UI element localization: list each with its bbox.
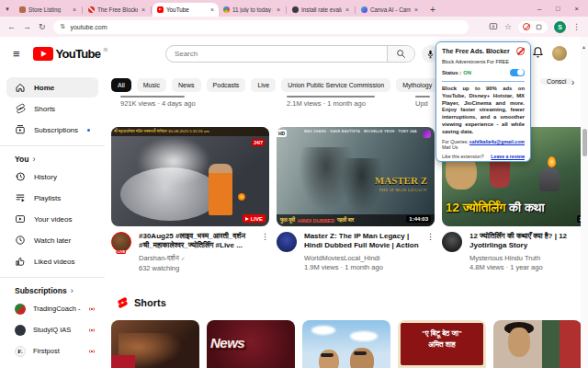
search-button[interactable] [387,46,414,62]
chip-music[interactable]: Music [137,78,166,92]
chip-live[interactable]: Live [251,78,276,92]
popup-subtitle: Block Adverstments For FREE [442,59,525,64]
scrollbar-thumb[interactable] [582,129,587,156]
chip-podcasts[interactable]: Podcasts [207,78,246,92]
new-tab-button[interactable]: + [430,5,435,15]
search-input[interactable] [166,46,387,62]
live-broadcast-icon [88,327,96,334]
short-thumbnail[interactable] [302,320,390,368]
video-title[interactable]: #30Aug25 #लाइव_भस्म_आरती_दर्शन #श्री_महा… [139,232,254,251]
short-thumbnail[interactable]: News [207,320,295,368]
subscription-firstpost[interactable]: F. Firstpost [0,340,105,362]
channel-avatar[interactable]: LIVE [111,232,131,252]
chip-all[interactable]: All [111,78,131,92]
adblocker-icon [516,47,525,55]
forward-button[interactable]: → [23,22,31,31]
tab-canva[interactable]: Canva AI - Canva × [356,3,423,17]
youtube-logo[interactable]: YouTube IN [33,47,107,61]
browser-profile-avatar[interactable]: S [554,21,566,33]
chip-news[interactable]: News [172,78,201,92]
tab-close-icon[interactable]: × [276,6,280,13]
tab-google-doc[interactable]: 11 july to today how × [219,3,285,17]
video-options-icon[interactable]: ⋮ [261,232,269,272]
reload-button[interactable]: ↻ [39,22,46,31]
chip-consciousness[interactable]: Consci [540,78,572,85]
youtube-profile-avatar[interactable] [552,46,567,61]
video-views: 1.9M views · 1 month ago [304,263,419,271]
email-link[interactable]: sahilkalia4u@gmail.com [469,139,525,144]
sidebar-subscriptions-heading[interactable]: Subscriptions › [0,283,105,298]
install-app-icon[interactable] [489,22,498,31]
sidebar-item-history[interactable]: History [6,167,98,187]
browser-menu-icon[interactable]: ⋮ [572,22,581,31]
sidebar-item-liked-videos[interactable]: Liked videos [6,251,98,271]
duration-badge: 1:44:03 [406,215,431,223]
tab-install-rate[interactable]: Install rate evaluation × [288,3,354,17]
poster-title: 12 ज्योतिर्लिंग की कथा [446,201,544,215]
bookmark-star-icon[interactable]: ☆ [504,22,512,31]
tab-store-listing[interactable]: Store Listing × [15,3,81,17]
adblocker-toolbar-icon[interactable] [523,23,530,30]
hamburger-menu-icon[interactable]: ≡ [13,47,20,61]
scroll-up-icon[interactable]: ▲ [582,44,586,50]
back-button[interactable]: ← [7,22,16,31]
live-broadcast-icon [88,348,96,355]
channel-avatar[interactable] [442,232,462,252]
adblock-toggle[interactable] [510,69,525,77]
sidebar-item-watch-later[interactable]: Watch later [6,230,98,250]
popup-footer-row: For Queries: Mail Us sahilkalia4u@gmail.… [442,139,525,150]
sidebar-item-home[interactable]: Home [6,77,98,98]
short-thumbnail[interactable] [111,320,199,368]
video-title[interactable]: 12 ज्योतिर्लिंग की कथाएँ क्या है? | 12 J… [469,232,584,251]
tab-youtube-active[interactable]: YouTube × [153,3,219,17]
tab-label: Store Listing [28,6,69,13]
short-thumbnail[interactable]: "ए बिटू बेठ जा" अमित शाह [398,320,486,368]
sidebar-item-subscriptions[interactable]: Subscriptions [6,120,98,140]
subscription-tradingcoach[interactable]: TradingCoach - S... [0,298,105,319]
notifications-bell[interactable] [532,46,544,59]
maximize-button[interactable]: □ [556,5,560,13]
thumbnail-overlay-text: श्री महाकालेश्वर मंदिर भस्मारती शनिवार 3… [111,127,269,136]
tab-close-icon[interactable]: × [141,6,145,13]
video-meta: Master Z: The IP Man Legacy | Hindi Dubb… [277,232,435,271]
strip-text: पहली बार [337,217,354,224]
sidebar: Home Shorts Subscriptions You › History … [0,77,105,362]
browser-toolbar: ← → ↻ ⇅ youtube.com ☆ S ⋮ [0,17,588,37]
site-info-icon[interactable]: ⇅ [61,23,66,30]
chevron-right-icon: › [32,155,35,164]
tab-search-icon[interactable]: ▾ [0,6,15,17]
chevron-right-icon: › [71,286,74,295]
channel-avatar[interactable] [277,232,297,252]
tab-close-icon[interactable]: × [209,6,214,13]
extensions-puzzle-icon[interactable] [535,23,543,31]
short-thumbnail[interactable] [493,320,582,368]
chips-scroll-right-icon[interactable]: › [571,77,574,87]
video-title[interactable]: Master Z: The IP Man Legacy | Hindi Dubb… [304,232,419,251]
close-window-button[interactable]: × [575,5,579,13]
subscription-studyiq[interactable]: StudyIQ IAS [0,319,105,340]
sidebar-item-your-videos[interactable]: Your videos [6,209,98,229]
tab-close-icon[interactable]: × [72,6,76,13]
channel-name[interactable]: Mysterious Hindu Truth [469,254,584,262]
channel-name[interactable]: WorldMoviesLocal_Hindi [304,254,419,262]
sidebar-item-playlists[interactable]: Playlists [6,188,98,208]
leave-review-link[interactable]: Leave a review [491,154,525,159]
shorts-section-header: Shorts [117,296,166,309]
tab-separator [286,6,287,14]
sidebar-item-shorts[interactable]: Shorts [6,98,98,119]
video-thumbnail[interactable]: श्री महाकालेश्वर मंदिर भस्मारती शनिवार 3… [111,127,269,226]
address-bar[interactable]: ⇅ youtube.com [53,20,469,34]
tab-free-blocker[interactable]: The Free Blocker - Ch × [84,3,150,17]
minimize-button[interactable]: – [537,5,541,13]
video-thumbnail[interactable]: MAX ZHANG · DAVE BAUTISTA · MICHELLE YEO… [277,127,435,226]
chip-mythology[interactable]: Mythology [396,78,438,92]
page-scrollbar[interactable]: ▲ [581,37,588,368]
sidebar-you-heading[interactable]: You › [0,152,105,167]
video-options-icon[interactable]: ⋮ [426,232,435,271]
chip-upsc[interactable]: Union Public Service Commission [281,78,390,92]
channel-name[interactable]: Darshan-दर्शन ✓ [139,254,254,263]
tab-close-icon[interactable]: × [413,6,418,13]
tab-close-icon[interactable]: × [345,6,349,13]
watch-later-icon [15,235,26,246]
thumbnail-art [548,156,556,167]
